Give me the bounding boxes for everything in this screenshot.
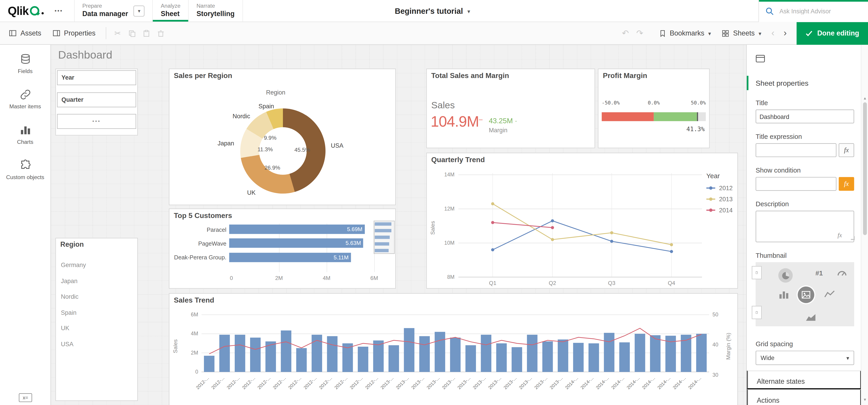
- region-filter-list[interactable]: Region GermanyJapanNordicSpainUKUSA: [56, 238, 138, 401]
- chevron-down-icon: ▾: [708, 30, 711, 36]
- sidebar-item-fields[interactable]: Fields: [0, 47, 51, 80]
- sidebar-item-custom-objects[interactable]: Custom objects: [0, 153, 51, 186]
- right-axis-tick-label: 50: [713, 312, 718, 317]
- bar: [634, 334, 645, 372]
- top-customers-chart[interactable]: Top 5 Customers Paracel5.69MPageWave5.63…: [169, 208, 396, 289]
- sales-trend-svg[interactable]: 6M4M2M05040302012-...2012-...2012-...201…: [169, 294, 738, 405]
- database-icon: [19, 53, 31, 65]
- bar: [219, 335, 230, 372]
- filter-more-button[interactable]: •••: [57, 114, 136, 129]
- sales-trend-chart[interactable]: Sales Trend 6M4M2M05040302012-...2012-..…: [169, 293, 738, 405]
- thumbnail-areachart-icon[interactable]: [806, 313, 816, 321]
- variables-button[interactable]: x=: [19, 393, 32, 402]
- scroll-down-arrow[interactable]: ▼: [862, 396, 868, 403]
- panel-scrollbar[interactable]: ▲ ▼: [861, 45, 868, 405]
- thumbnail-barchart-icon[interactable]: [779, 290, 789, 299]
- x-axis-tick-label: 2012-...: [272, 375, 287, 390]
- legend-item-2012[interactable]: 2012: [706, 185, 733, 191]
- search-input[interactable]: [778, 7, 856, 15]
- filter-list-item[interactable]: UK: [61, 325, 69, 331]
- delete-button[interactable]: [154, 26, 168, 40]
- thumbnail-page-next-button[interactable]: [752, 306, 762, 319]
- filter-panel[interactable]: Year Quarter •••: [56, 69, 138, 135]
- sidebar-item-master-items[interactable]: Master items: [0, 82, 51, 115]
- kpi-secondary-label: Margin: [489, 127, 507, 133]
- insight-advisor-search[interactable]: [758, 0, 868, 22]
- show-condition-fx-button[interactable]: fx: [839, 177, 854, 191]
- active-section-accent: [747, 76, 748, 90]
- profit-margin-gauge[interactable]: Profit Margin -50.0% 0.0% 50.0% 41.3%: [598, 69, 710, 148]
- bar[interactable]: 5.11M: [229, 252, 351, 262]
- sales-per-region-chart[interactable]: Sales per Region Region Spain Nordic Jap…: [169, 69, 396, 205]
- filter-year[interactable]: Year: [57, 70, 136, 85]
- sidebar-item-charts[interactable]: Charts: [0, 118, 51, 151]
- thumbnail-image-icon-selected[interactable]: [798, 286, 814, 303]
- gauge-bar[interactable]: [602, 112, 706, 121]
- description-fx-icon[interactable]: fx: [837, 232, 842, 238]
- bar-row[interactable]: Deak-Perera Group.5.11M: [169, 252, 351, 262]
- legend-item-2013[interactable]: 2013: [706, 196, 733, 202]
- alternate-states-section[interactable]: Alternate states: [747, 371, 861, 390]
- cut-button[interactable]: ✂: [111, 26, 125, 40]
- bar-row[interactable]: PageWave5.63M: [169, 239, 363, 248]
- tab-analyze[interactable]: Analyze Sheet: [153, 0, 189, 22]
- thumbnail-pie-icon[interactable]: [778, 268, 793, 283]
- redo-button[interactable]: ↷: [632, 26, 647, 40]
- thumbnail-rank-icon[interactable]: #1: [815, 269, 823, 277]
- tab-prepare[interactable]: Prepare Data manager ▾: [74, 0, 153, 22]
- total-sales-margin-kpi[interactable]: Total Sales and Margin Sales 104.9M– 43.…: [426, 69, 595, 148]
- minimap-bar: [375, 249, 389, 252]
- qlik-logo[interactable]: Qlik: [0, 4, 43, 18]
- quarterly-trend-svg[interactable]: 14M12M10M8MQ1Q2Q3Q4Sales: [427, 153, 739, 289]
- prepare-dropdown-button[interactable]: ▾: [133, 5, 145, 16]
- filter-list-item[interactable]: Nordic: [61, 293, 79, 300]
- sheet-canvas[interactable]: Dashboard Year Quarter ••• Sales per Reg…: [51, 45, 746, 405]
- x-axis-tick-label: 2013-...: [456, 375, 471, 390]
- x-axis-tick-label: 2014-...: [656, 375, 671, 390]
- bar-row[interactable]: Paracel5.69M: [169, 225, 365, 234]
- actions-section[interactable]: Actions: [747, 390, 861, 405]
- undo-button[interactable]: ↶: [618, 26, 632, 40]
- show-condition-input[interactable]: [756, 177, 837, 191]
- grid-spacing-value: Wide: [761, 355, 775, 361]
- filter-list-item[interactable]: USA: [61, 340, 73, 347]
- thumbnail-gauge-icon[interactable]: [837, 268, 848, 277]
- sheet-title-input[interactable]: [756, 109, 854, 123]
- next-sheet-button[interactable]: ›: [779, 26, 791, 40]
- thumbnail-page-prev-button[interactable]: [752, 266, 762, 279]
- title-expression-fx-button[interactable]: fx: [839, 143, 854, 157]
- scrollbar-thumb[interactable]: [863, 102, 867, 235]
- bar[interactable]: 5.63M: [229, 239, 363, 248]
- title-expression-input[interactable]: [756, 143, 837, 157]
- legend-item-2014[interactable]: 2014: [706, 207, 733, 213]
- quarterly-trend-chart[interactable]: Quarterly Trend 14M12M10M8MQ1Q2Q3Q4Sales…: [426, 153, 738, 289]
- bar[interactable]: 5.69M: [229, 225, 365, 234]
- filter-list-item[interactable]: Spain: [61, 309, 76, 315]
- tab-label: Data manager: [83, 10, 128, 19]
- properties-panel-toggle[interactable]: Properties: [47, 26, 101, 41]
- x-axis-tick-label: 2012-...: [333, 375, 348, 390]
- filter-list-item[interactable]: Germany: [61, 262, 86, 268]
- global-more-menu-button[interactable]: •••: [53, 5, 65, 16]
- copy-button[interactable]: [125, 26, 140, 40]
- grid-spacing-select[interactable]: Wide ▾: [756, 351, 854, 365]
- filter-quarter[interactable]: Quarter: [57, 92, 136, 107]
- top-customers-minimap[interactable]: [375, 222, 394, 273]
- tab-narrate[interactable]: Narrate Storytelling: [189, 0, 243, 22]
- app-title-dropdown[interactable]: Beginner's tutorial ▾: [395, 0, 470, 22]
- sheets-dropdown[interactable]: Sheets ▾: [717, 26, 767, 41]
- textarea-resize-handle[interactable]: [851, 236, 855, 240]
- donut-ring[interactable]: [240, 108, 326, 194]
- done-editing-button[interactable]: Done editing: [797, 22, 868, 44]
- filter-list-item[interactable]: Japan: [61, 277, 78, 284]
- bookmarks-dropdown[interactable]: Bookmarks ▾: [654, 26, 717, 41]
- donut-slice-label: USA: [331, 142, 343, 149]
- x-axis-tick-label: 2014-...: [595, 375, 610, 390]
- scroll-up-arrow[interactable]: ▲: [862, 95, 868, 101]
- paste-button[interactable]: [139, 26, 154, 40]
- copy-icon: [128, 30, 135, 37]
- previous-sheet-button[interactable]: ‹: [767, 26, 779, 40]
- thumbnail-linechart-icon[interactable]: [824, 290, 835, 298]
- paste-icon: [143, 30, 150, 37]
- assets-panel-toggle[interactable]: Assets: [3, 26, 47, 41]
